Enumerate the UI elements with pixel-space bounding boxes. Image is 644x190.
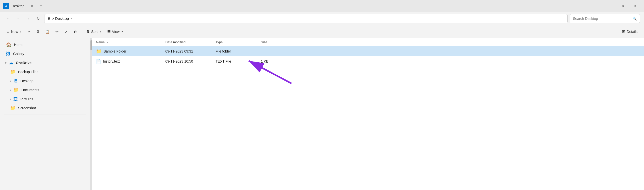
col-size-header[interactable]: Size: [261, 40, 286, 44]
file-date-cell: 09-11-2023 09:31: [165, 49, 216, 53]
file-icon: 📄: [96, 59, 101, 64]
app-icon: 🖥: [3, 3, 9, 9]
file-name-label: history.text: [103, 59, 120, 63]
table-row[interactable]: 📄 history.text 09-11-2023 10:50 TEXT Fil…: [92, 56, 644, 66]
file-name-cell: 📄 history.text: [95, 59, 165, 64]
sort-button[interactable]: ⇅ Sort ∨: [84, 27, 104, 36]
sidebar-divider: [4, 115, 86, 115]
share-button[interactable]: ↗: [62, 27, 70, 36]
close-button[interactable]: ×: [629, 2, 641, 10]
view-chevron-icon: ∨: [121, 30, 123, 33]
file-name-label: Sample Folder: [104, 49, 126, 53]
gallery-icon: 🖼: [6, 51, 11, 57]
forward-button[interactable]: →: [14, 15, 22, 23]
details-button[interactable]: ⊞ Details: [619, 27, 640, 36]
file-type-label: File folder: [216, 49, 231, 53]
file-date-label: 09-11-2023 10:50: [165, 59, 193, 63]
maximize-button[interactable]: ⧉: [617, 2, 628, 10]
sidebar-item-desktop[interactable]: › 🖥 Desktop: [1, 76, 89, 85]
refresh-button[interactable]: ↻: [34, 15, 42, 23]
desktop-icon: 🖥: [13, 78, 18, 84]
onedrive-chevron-icon: ▾: [5, 62, 6, 64]
back-button[interactable]: ←: [4, 15, 12, 23]
path-text: Desktop: [55, 16, 69, 21]
scrollbar-track[interactable]: [90, 38, 92, 190]
file-date-label: 09-11-2023 09:31: [165, 49, 193, 53]
address-path[interactable]: 🖥 > Desktop >: [44, 14, 568, 23]
documents-icon: 📁: [13, 87, 19, 93]
new-tab-button[interactable]: +: [37, 3, 44, 10]
sort-label: Sort: [91, 30, 98, 34]
sidebar-item-home-label: Home: [14, 43, 23, 47]
pictures-chevron-icon: ›: [10, 98, 11, 101]
details-label: Details: [627, 30, 637, 34]
sidebar-item-backup-files-label: Backup Files: [18, 70, 38, 74]
new-plus-icon: ⊕: [7, 30, 10, 34]
path-chevron: >: [52, 17, 54, 21]
minimize-button[interactable]: —: [604, 2, 616, 10]
copy-button[interactable]: ⧉: [34, 27, 42, 36]
backup-files-icon: 📁: [10, 69, 16, 75]
path-desktop-icon: 🖥: [47, 17, 51, 21]
documents-chevron-icon: ›: [10, 89, 11, 91]
search-box[interactable]: 🔍: [570, 14, 640, 23]
toolbar-separator-1: [82, 29, 82, 35]
file-type-label: TEXT File: [216, 59, 231, 63]
file-list-header: Name ▲ Date modified Type Size: [92, 38, 644, 46]
rename-button[interactable]: ✏: [53, 27, 61, 36]
view-button[interactable]: ☰ View ∨: [105, 27, 126, 36]
sidebar-item-gallery[interactable]: 🖼 Gallery: [1, 49, 89, 58]
paste-button[interactable]: 📋: [43, 27, 52, 36]
pictures-icon: 🖼: [13, 97, 18, 102]
scrollbar-thumb[interactable]: [90, 40, 92, 50]
table-row[interactable]: 📁 Sample Folder 09-11-2023 09:31 File fo…: [92, 46, 644, 56]
view-icon: ☰: [107, 29, 111, 34]
cut-button[interactable]: ✂: [25, 27, 33, 36]
sidebar-item-screenshot[interactable]: 📁 Screenshot: [1, 104, 89, 113]
new-button[interactable]: ⊕ New ∨: [4, 27, 24, 36]
new-chevron-icon: ∨: [20, 30, 22, 33]
home-icon: 🏠: [6, 42, 12, 48]
main-layout: 🏠 Home 🖼 Gallery ▾ ☁ OneDrive 📁 Backup F…: [0, 38, 644, 190]
rename-icon: ✏: [56, 30, 59, 34]
cut-icon: ✂: [28, 30, 31, 34]
path-end-chevron: >: [70, 17, 72, 20]
col-type-label: Type: [216, 40, 223, 44]
copy-icon: ⧉: [37, 29, 39, 34]
sidebar-item-pictures-label: Pictures: [20, 97, 33, 101]
app-icon-glyph: 🖥: [4, 4, 8, 8]
file-type-cell: File folder: [216, 49, 261, 53]
col-size-label: Size: [261, 40, 267, 44]
more-button[interactable]: ···: [127, 27, 135, 36]
sidebar-item-documents[interactable]: › 📁 Documents: [1, 85, 89, 94]
col-name-label: Name: [96, 40, 105, 44]
col-type-header[interactable]: Type: [216, 40, 261, 44]
sidebar-item-pictures[interactable]: › 🖼 Pictures: [1, 94, 89, 104]
folder-icon: 📁: [96, 49, 102, 54]
file-type-cell: TEXT File: [216, 59, 261, 63]
window-controls: — ⧉ ×: [604, 2, 641, 10]
file-name-cell: 📁 Sample Folder: [95, 49, 165, 54]
file-size-label: 1 KB: [261, 59, 268, 63]
sidebar-item-documents-label: Documents: [21, 88, 39, 92]
screenshot-icon: 📁: [10, 105, 16, 111]
sidebar-item-onedrive[interactable]: ▾ ☁ OneDrive: [0, 58, 90, 67]
col-date-header[interactable]: Date modified: [165, 40, 216, 44]
sidebar-item-backup-files[interactable]: 📁 Backup Files: [1, 67, 89, 76]
address-bar: ← → ↑ ↻ 🖥 > Desktop > 🔍: [0, 12, 644, 25]
sidebar-item-gallery-label: Gallery: [13, 52, 24, 56]
up-button[interactable]: ↑: [24, 15, 32, 23]
delete-button[interactable]: 🗑: [71, 27, 80, 36]
search-input[interactable]: [573, 17, 630, 21]
close-tab-button[interactable]: ×: [28, 3, 35, 10]
more-icon: ···: [129, 30, 132, 34]
paste-icon: 📋: [45, 30, 49, 34]
col-name-header[interactable]: Name ▲: [95, 40, 165, 44]
sort-arrow-icon: ▲: [107, 41, 109, 44]
toolbar: ⊕ New ∨ ✂ ⧉ 📋 ✏ ↗ 🗑 ⇅ Sort ∨ ☰ View ∨ ··…: [0, 25, 644, 38]
file-date-cell: 09-11-2023 10:50: [165, 59, 216, 63]
details-icon: ⊞: [622, 29, 625, 34]
sidebar-item-desktop-label: Desktop: [20, 79, 33, 83]
sidebar-item-home[interactable]: 🏠 Home: [1, 40, 89, 49]
share-icon: ↗: [65, 30, 68, 34]
